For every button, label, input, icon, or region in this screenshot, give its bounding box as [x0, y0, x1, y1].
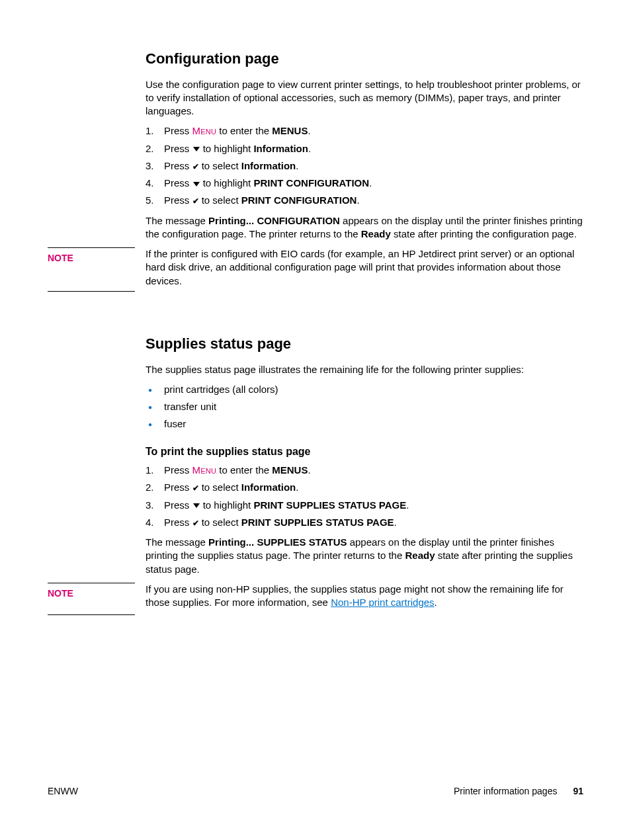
supplies-step-2: Press ✔ to select Information.	[146, 481, 583, 494]
config-step-2: Press to highlight Information.	[146, 142, 583, 155]
config-step-5: Press ✔ to select PRINT CONFIGURATION.	[146, 194, 583, 207]
note-label: NOTE	[48, 583, 135, 615]
supplies-step-3: Press to highlight PRINT SUPPLIES STATUS…	[146, 499, 583, 512]
supplies-step-4: Press ✔ to select PRINT SUPPLIES STATUS …	[146, 516, 583, 529]
supplies-heading: Supplies status page	[146, 334, 583, 354]
supplies-steps: Press Menu to enter the MENUS. Press ✔ t…	[146, 464, 583, 529]
check-icon: ✔	[192, 161, 199, 172]
page-footer: ENWW Printer information pages 91	[48, 785, 583, 798]
bullet-cartridges: print cartridges (all colors)	[146, 383, 583, 396]
config-heading: Configuration page	[146, 49, 583, 69]
footer-left: ENWW	[48, 785, 78, 798]
supplies-note: NOTE If you are using non-HP supplies, t…	[48, 583, 583, 610]
note-body: If the printer is configured with EIO ca…	[146, 247, 583, 288]
check-icon: ✔	[192, 518, 199, 528]
config-note: NOTE If the printer is configured with E…	[48, 247, 583, 288]
config-step-4: Press to highlight PRINT CONFIGURATION.	[146, 177, 583, 190]
bullet-fuser: fuser	[146, 417, 583, 431]
supplies-section: Supplies status page The supplies status…	[146, 334, 583, 576]
supplies-subheading: To print the supplies status page	[146, 444, 583, 459]
non-hp-link[interactable]: Non-HP print cartridges	[331, 597, 434, 608]
config-section: Configuration page Use the configuration…	[146, 49, 583, 241]
supplies-bullets: print cartridges (all colors) transfer u…	[146, 383, 583, 431]
supplies-step-1: Press Menu to enter the MENUS.	[146, 464, 583, 477]
supplies-after: The message Printing... SUPPLIES STATUS …	[146, 536, 583, 576]
down-arrow-icon	[193, 503, 200, 508]
bullet-transfer: transfer unit	[146, 400, 583, 413]
config-step-3: Press ✔ to select Information.	[146, 159, 583, 173]
config-intro: Use the configuration page to view curre…	[146, 78, 583, 118]
config-step-1: Press Menu to enter the MENUS.	[146, 124, 583, 138]
footer-page-number: 91	[573, 785, 583, 798]
config-steps: Press Menu to enter the MENUS. Press to …	[146, 124, 583, 207]
note-label: NOTE	[48, 247, 135, 292]
note-body: If you are using non-HP supplies, the su…	[146, 583, 583, 610]
down-arrow-icon	[193, 147, 200, 151]
menu-label: Menu	[192, 464, 217, 476]
config-after: The message Printing... CONFIGURATION ap…	[146, 214, 583, 241]
menu-label: Menu	[192, 125, 217, 136]
page-content: Configuration page Use the configuration…	[48, 42, 583, 629]
down-arrow-icon	[193, 182, 200, 187]
check-icon: ✔	[192, 196, 199, 206]
check-icon: ✔	[192, 483, 199, 493]
footer-section: Printer information pages	[454, 785, 557, 798]
supplies-intro: The supplies status page illustrates the…	[146, 363, 583, 376]
